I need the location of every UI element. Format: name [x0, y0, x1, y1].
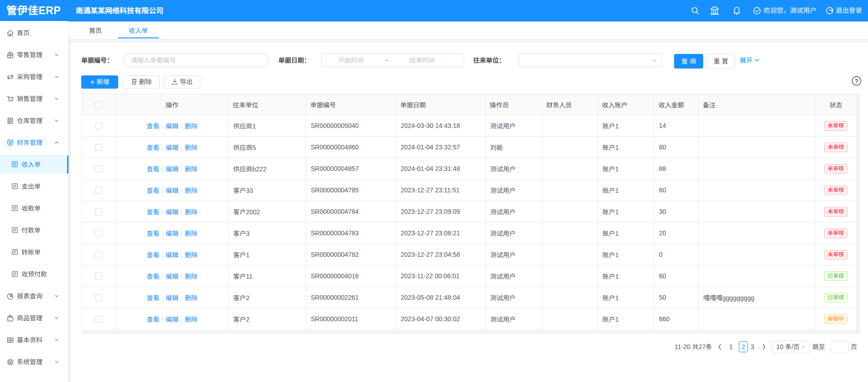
- svg-text:?: ?: [855, 78, 858, 85]
